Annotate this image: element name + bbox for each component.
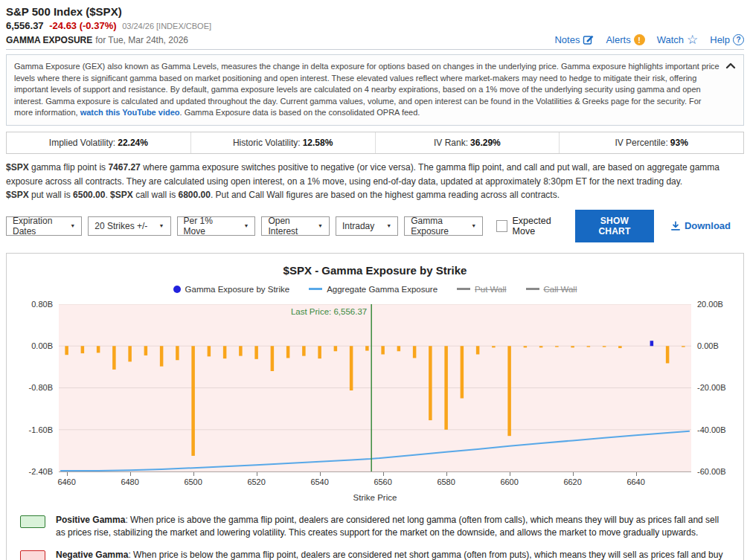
- gamma-bar: [334, 346, 338, 351]
- y-axis-label: -2.40B: [29, 466, 53, 477]
- x-axis-label: 6580: [430, 477, 463, 486]
- download-link[interactable]: Download: [670, 220, 731, 231]
- chart-panel: $SPX - Gamma Exposure by Strike Gamma Ex…: [6, 253, 744, 560]
- gamma-bar: [587, 346, 591, 347]
- gamma-bar: [239, 346, 243, 355]
- y-axis-label: -20.00B: [697, 382, 726, 393]
- download-icon: [670, 221, 681, 231]
- description-text-tail: . Gamma Exposure data is based on the co…: [180, 108, 420, 117]
- gamma-bar: [397, 346, 401, 351]
- chart-svg: [59, 304, 691, 472]
- gamma-bar: [271, 346, 275, 371]
- legend-aggregate-gamma[interactable]: Aggregate Gamma Exposure: [309, 285, 438, 294]
- positive-gamma-swatch-icon: [20, 515, 45, 528]
- x-axis-label: 6480: [114, 477, 147, 486]
- gamma-bar: [571, 346, 574, 347]
- show-chart-button[interactable]: SHOW CHART: [575, 210, 654, 242]
- x-axis-label: 6600: [493, 477, 526, 486]
- negative-gamma-swatch-icon: [20, 550, 45, 560]
- x-axis: 6460648065006520654065606580660066206640: [59, 472, 691, 490]
- header-divider: [6, 49, 744, 50]
- x-axis-label: 6520: [240, 477, 273, 486]
- expiration-dates-button[interactable]: Expiration Dates▼: [6, 216, 82, 236]
- y-axis-label: -1.60B: [29, 425, 53, 435]
- watch-link[interactable]: Watch ☆: [657, 34, 699, 45]
- flip-notes: $SPX gamma flip point is 7467.27 where g…: [6, 161, 744, 202]
- notes-link[interactable]: Notes: [554, 34, 594, 45]
- last-price-label: Last Price: 6,556.37: [291, 307, 367, 316]
- gamma-exposure-select[interactable]: Gamma Exposure▼: [404, 216, 483, 236]
- gamma-bar: [160, 346, 164, 366]
- legend-gamma-by-strike[interactable]: Gamma Exposure by Strike: [173, 285, 290, 294]
- page: S&P 500 Index ($SPX) 6,556.37 -24.63 (-0…: [0, 0, 750, 560]
- blue-dot-icon: [173, 286, 181, 293]
- gamma-bar: [365, 346, 369, 350]
- gamma-bar: [144, 346, 148, 355]
- x-axis-label: 6460: [51, 477, 83, 486]
- open-interest-select[interactable]: Open Interest▼: [261, 216, 330, 236]
- header-links: Notes Alerts ! Watch ☆ Help ?: [554, 34, 744, 45]
- gamma-bar: [286, 346, 290, 358]
- caret-down-icon: ▼: [310, 223, 323, 228]
- x-tick-mark: [193, 472, 194, 476]
- filter-bar: Expiration Dates▼ 20 Strikes +/-▼ Per 1%…: [6, 210, 744, 242]
- expected-move-label: Expected Move: [513, 216, 569, 236]
- youtube-video-link[interactable]: watch this YouTube video: [80, 108, 180, 117]
- x-tick-mark: [320, 472, 321, 476]
- stat-iv-percentile: IV Percentile:93%: [559, 132, 743, 153]
- gamma-bar: [208, 346, 211, 356]
- strikes-select[interactable]: 20 Strikes +/-▼: [88, 216, 170, 236]
- x-axis-label: 6640: [620, 477, 653, 486]
- y-axis-label: -40.00B: [697, 425, 726, 435]
- plot-area: Last Price: 6,556.37: [59, 304, 691, 472]
- gamma-bar: [413, 346, 417, 358]
- gex-description: Gamma Exposure (GEX) also known as Gamma…: [6, 54, 744, 126]
- gamma-bar: [650, 341, 654, 346]
- alerts-link[interactable]: Alerts !: [606, 34, 644, 45]
- help-icon: ?: [733, 34, 744, 45]
- aggregate-gamma-line: [60, 431, 690, 471]
- edit-icon: [583, 34, 594, 45]
- y-axis-label: 0.00B: [31, 341, 53, 351]
- x-tick-mark: [130, 472, 131, 476]
- caret-down-icon: ▼: [379, 223, 391, 228]
- x-tick-mark: [636, 472, 637, 476]
- caret-down-icon: ▼: [236, 223, 249, 228]
- gamma-bar: [444, 346, 448, 430]
- gamma-bar: [429, 346, 432, 420]
- star-icon: ☆: [687, 34, 698, 45]
- help-link[interactable]: Help ?: [710, 34, 744, 45]
- stat-implied-volatility: Implied Volatility:22.24%: [7, 132, 190, 153]
- gamma-bar: [128, 346, 132, 361]
- caret-down-icon: ▼: [464, 223, 476, 228]
- gamma-bar: [302, 346, 306, 355]
- page-title-row: GAMMA EXPOSURE for Tue, Mar 24th, 2026 N…: [6, 34, 744, 45]
- gamma-bar: [618, 346, 622, 348]
- y-axis-label: 20.00B: [697, 299, 723, 309]
- intraday-select[interactable]: Intraday▼: [336, 216, 398, 236]
- move-select[interactable]: Per 1% Move▼: [177, 216, 256, 236]
- volatility-stats: Implied Volatility:22.24% Historic Volat…: [6, 132, 744, 154]
- gamma-bar: [254, 346, 258, 359]
- y-axis-label: -60.00B: [697, 466, 726, 477]
- gamma-bar: [223, 346, 227, 358]
- gamma-bar: [112, 346, 116, 370]
- alert-icon: !: [634, 34, 645, 45]
- collapse-chevron-up-icon[interactable]: [725, 61, 736, 73]
- chart-title: $SPX - Gamma Exposure by Strike: [14, 264, 736, 277]
- symbol-title: S&P 500 Index ($SPX): [6, 5, 744, 18]
- expected-move-option: Expected Move: [496, 216, 569, 236]
- gamma-bar: [524, 346, 528, 347]
- negative-gamma-note: Negative Gamma: When price is below the …: [20, 549, 730, 560]
- flip-note-line: $SPX gamma flip point is 7467.27 where g…: [6, 161, 744, 188]
- caret-down-icon: ▼: [70, 223, 75, 228]
- quote-date: 03/24/26 [INDEX/CBOE]: [122, 22, 211, 30]
- legend-call-wall[interactable]: Call Wall: [526, 285, 577, 294]
- flip-note-line: $SPX put wall is 6500.00. $SPX call wall…: [6, 188, 744, 202]
- x-tick-mark: [510, 472, 510, 476]
- legend-put-wall[interactable]: Put Wall: [457, 285, 506, 294]
- left-y-axis: 0.80B0.00B-0.80B-1.60B-2.40B: [14, 304, 59, 472]
- price-change: -24.63 (-0.37%): [49, 20, 116, 31]
- expected-move-checkbox[interactable]: [496, 220, 507, 232]
- gamma-bar: [350, 346, 353, 390]
